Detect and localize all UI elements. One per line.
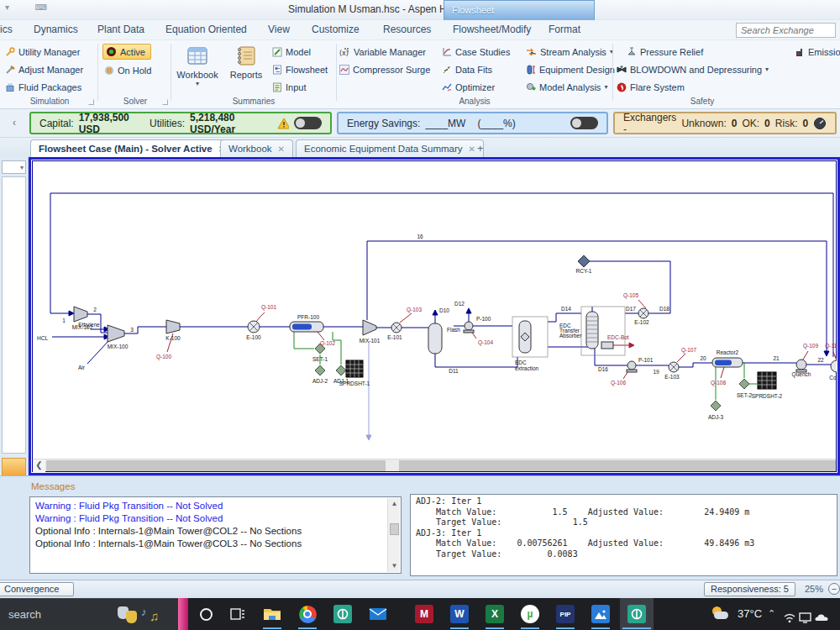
tab-customize[interactable]: Customize xyxy=(312,24,360,35)
model-summary-button[interactable]: Model xyxy=(272,44,311,60)
stream-analysis-button[interactable]: Stream Analysis▾ xyxy=(526,44,613,60)
taskbar-search-box[interactable]: search ♪ ♫ xyxy=(0,598,181,630)
scroll-up-icon[interactable]: ▲ xyxy=(388,498,401,510)
tab-view[interactable]: View xyxy=(268,24,290,35)
responsiveness-button[interactable]: Responsiveness: 5 xyxy=(704,582,795,596)
title-bar: ▾ ⌨ Simulation M Usman.hsc - Aspen HYSYS… xyxy=(0,0,840,20)
tab-flowsheet-modify[interactable]: Flowsheet/Modify xyxy=(453,24,531,35)
search-image-edge xyxy=(178,598,188,630)
tab-dynamics[interactable]: Dynamics xyxy=(34,24,78,35)
tab-plant-data[interactable]: Plant Data xyxy=(97,24,144,35)
input-summary-button[interactable]: Input xyxy=(272,79,306,95)
exchanger-gauge-icon[interactable] xyxy=(813,117,827,130)
sidebar-list[interactable] xyxy=(2,176,26,454)
simulation-dialog-launcher[interactable] xyxy=(88,99,94,105)
fluid-packages-button[interactable]: Fluid Packages xyxy=(5,79,81,95)
unit-p-101 xyxy=(627,361,637,372)
flowsheet-label: 22 xyxy=(817,357,824,363)
messages-scrollbar[interactable]: ▲ ▼ xyxy=(387,498,400,572)
messages-list[interactable]: Warning : Fluid Pkg Transition -- Not So… xyxy=(29,496,402,574)
word-icon[interactable]: W xyxy=(449,604,470,624)
case-studies-button[interactable]: Case Studies xyxy=(442,44,510,60)
unit-mix-102 xyxy=(74,307,87,322)
group-analysis: (x) Variable Manager Compressor Surge Ca… xyxy=(339,42,610,108)
model-analysis-button[interactable]: Model Analysis▾ xyxy=(526,79,607,95)
new-tab-button[interactable]: + xyxy=(477,142,484,155)
hysys-icon[interactable] xyxy=(333,604,353,624)
flowsheet-summary-button[interactable]: Flowsheet xyxy=(272,61,328,77)
utilities-value: 5,218,480 USD/Year xyxy=(190,112,272,135)
solver-active-button[interactable]: Active xyxy=(102,44,151,60)
mendeley-icon[interactable]: M xyxy=(414,604,434,624)
excel-icon[interactable]: X xyxy=(485,604,505,624)
stream-analysis-icon xyxy=(526,47,537,57)
close-tab-icon[interactable]: ✕ xyxy=(278,144,285,154)
temperature-readout[interactable]: 37°C xyxy=(738,607,762,620)
optimizer-button[interactable]: Optimizer xyxy=(442,79,495,95)
process-flow-diagram[interactable]: .fl{font:6.5px "Liberation Sans",sans-se… xyxy=(34,162,837,458)
zoom-out-button[interactable]: − xyxy=(828,583,840,595)
flowsheet-label: Cond xyxy=(829,375,837,381)
blowdown-valve-icon xyxy=(617,65,627,75)
cortana-icon[interactable] xyxy=(196,604,216,624)
flowsheet-canvas[interactable]: .fl{font:6.5px "Liberation Sans",sans-se… xyxy=(29,157,840,475)
equipment-design-button[interactable]: Equipment Design▾ xyxy=(526,61,622,77)
workbook-button[interactable]: Workbook ▾ xyxy=(175,42,220,101)
utility-manager-button[interactable]: Utility Manager xyxy=(5,44,80,60)
utorrent-icon[interactable]: µ xyxy=(520,604,540,624)
tab-equation-oriented[interactable]: Equation Oriented xyxy=(165,24,247,35)
onedrive-cloud-icon[interactable] xyxy=(811,607,832,627)
tray-chevron-icon[interactable]: ⌃ xyxy=(768,608,775,619)
scrollbar-thumb[interactable] xyxy=(46,460,386,471)
emissions-button[interactable]: Emissions xyxy=(795,44,840,60)
sidebar-combobox[interactable]: ▾ xyxy=(2,160,26,174)
photos-icon[interactable] xyxy=(591,604,611,624)
file-explorer-icon[interactable] xyxy=(262,604,282,624)
reports-button[interactable]: Reports xyxy=(223,42,269,101)
ribbon: Utility Manager Adjust Manager Fluid Pac… xyxy=(0,40,840,109)
chrome-icon[interactable] xyxy=(297,604,318,624)
tab-format[interactable]: Format xyxy=(549,24,580,35)
warning-icon xyxy=(277,118,289,129)
pip-icon[interactable]: PIP xyxy=(555,604,575,624)
convergence-button[interactable]: Convergence xyxy=(0,582,74,596)
model-pencil-icon xyxy=(272,47,282,57)
canvas-horizontal-scrollbar[interactable]: ❮ xyxy=(33,459,836,471)
op-adj-3 xyxy=(711,401,721,411)
solver-trace-pane[interactable]: ADJ-2: Iter 1 Match Value: 1.5 Adjusted … xyxy=(410,494,837,576)
solver-on-hold-button[interactable]: On Hold xyxy=(104,62,151,78)
reports-icon xyxy=(235,45,257,66)
tab-flowsheet-case-main[interactable]: Flowsheet Case (Main) - Solver Active✕ xyxy=(30,139,234,157)
tab-economics-partial[interactable]: ics xyxy=(0,24,13,35)
data-fits-button[interactable]: Data Fits xyxy=(442,61,492,77)
solver-dialog-launcher[interactable] xyxy=(162,99,168,105)
beaker-icon xyxy=(5,82,15,92)
adjust-manager-button[interactable]: Adjust Manager xyxy=(5,61,83,77)
close-tab-icon[interactable]: ✕ xyxy=(469,144,475,154)
message-info: Optional Info : Internals-1@Main Tower@C… xyxy=(35,525,386,538)
economics-toggle[interactable] xyxy=(294,117,322,129)
energy-toggle[interactable] xyxy=(570,117,598,129)
weather-icon[interactable] xyxy=(710,604,730,624)
task-view-icon[interactable] xyxy=(228,604,248,624)
blowdown-button[interactable]: BLOWDOWN and Depressuring▾ xyxy=(617,61,769,77)
variable-manager-button[interactable]: (x) Variable Manager xyxy=(339,44,426,60)
compressor-surge-button[interactable]: Compressor Surge xyxy=(339,61,430,77)
tab-resources[interactable]: Resources xyxy=(383,24,431,35)
hysys-active-icon[interactable] xyxy=(627,604,647,624)
scroll-left-arrow-icon[interactable]: ❮ xyxy=(33,459,45,472)
pressure-relief-button[interactable]: Pressure Relief xyxy=(627,44,703,60)
tab-economic-equipment-data[interactable]: Economic Equipment Data Summary✕ xyxy=(296,139,484,157)
optimizer-icon xyxy=(442,82,452,92)
scroll-down-icon[interactable]: ▼ xyxy=(388,560,401,572)
flowsheet-label: 21 xyxy=(773,355,780,361)
collapse-pane-arrow-icon[interactable]: ‹ xyxy=(0,109,29,138)
search-exchange-input[interactable] xyxy=(736,23,836,38)
flowsheet-label: D11 xyxy=(449,368,459,374)
flare-system-button[interactable]: Flare System xyxy=(617,79,685,95)
tab-workbook[interactable]: Workbook✕ xyxy=(220,139,293,157)
flowsheet-label: E-100 xyxy=(246,334,261,340)
mail-icon[interactable] xyxy=(368,604,388,624)
message-info: Optional Info : Internals-1@Main Tower@C… xyxy=(35,538,386,550)
scrollbar-thumb[interactable] xyxy=(399,460,836,471)
